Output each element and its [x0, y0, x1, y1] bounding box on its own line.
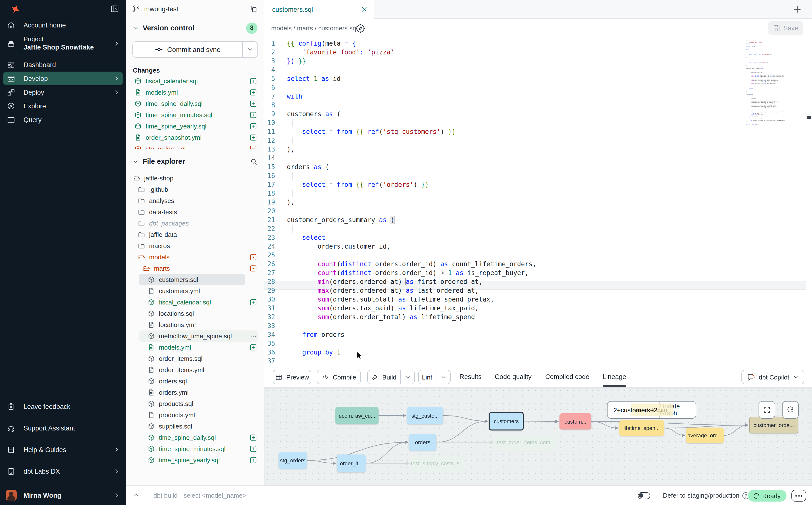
lineage-node-average[interactable]: average_ord...: [686, 428, 724, 443]
tree-item[interactable]: supplies.sql: [126, 421, 264, 432]
code-editor[interactable]: 1234567891011121314151617181920212223242…: [264, 38, 812, 367]
changed-file[interactable]: time_spine_minutes.sql: [126, 109, 264, 121]
lineage-node-cust_orde[interactable]: customer_orde...: [749, 417, 798, 434]
changed-file[interactable]: time_spine_daily.sql: [126, 98, 264, 109]
panel-tab-lineage[interactable]: Lineage: [603, 367, 626, 387]
lineage-node-customers[interactable]: customers: [489, 412, 524, 431]
tree-item[interactable]: orders.sql: [126, 375, 264, 387]
sidebar-item-develop[interactable]: Develop: [3, 71, 123, 85]
sidebar-item-explore[interactable]: Explore: [0, 99, 126, 113]
sidebar-item-leave-feedback[interactable]: Leave feedback: [0, 399, 126, 413]
tree-item[interactable]: .github: [126, 184, 264, 195]
tree-item[interactable]: order_items.sql: [126, 353, 264, 364]
stage-file-button[interactable]: [250, 299, 257, 306]
sidebar-item-deploy[interactable]: Deploy: [0, 85, 126, 99]
lineage-node-test_supply[interactable]: test_supply_costs_s...: [411, 455, 464, 472]
close-tab-icon[interactable]: [361, 6, 368, 13]
sidebar-item-account-home[interactable]: Account home: [0, 18, 126, 32]
tree-item[interactable]: locations.yml: [126, 319, 264, 330]
refresh-button[interactable]: [782, 401, 799, 419]
sidebar-item-project[interactable]: ProjectJaffle Shop Snowflake: [0, 32, 126, 55]
stage-file-button[interactable]: [250, 111, 257, 119]
tree-item[interactable]: order_items.yml: [126, 364, 264, 375]
preview-button[interactable]: Preview: [273, 370, 311, 384]
tree-item[interactable]: time_spine_yearly.sql: [126, 455, 264, 466]
tree-item[interactable]: models.yml: [126, 342, 264, 353]
tree-item[interactable]: customers.sql: [126, 274, 264, 285]
copy-icon[interactable]: [250, 5, 258, 13]
panel-tab-code-quality[interactable]: Code quality: [495, 367, 531, 387]
save-button[interactable]: Save: [768, 21, 803, 35]
changed-file[interactable]: stg_orders.sql: [126, 143, 264, 149]
tree-item[interactable]: time_spine_daily.sql: [126, 432, 264, 443]
file-menu-button[interactable]: [250, 332, 257, 340]
stage-file-button[interactable]: [250, 434, 257, 441]
sidebar-item-dashboard[interactable]: Dashboard: [0, 58, 126, 71]
user-menu[interactable]: Mirna Wong: [0, 485, 126, 505]
stage-file-button[interactable]: [250, 344, 257, 351]
stage-file-button[interactable]: [250, 445, 257, 453]
stage-file-button[interactable]: [250, 77, 257, 85]
stage-file-button[interactable]: [250, 123, 257, 130]
tree-item[interactable]: products.yml: [126, 409, 264, 421]
collapse-sidebar-icon[interactable]: [110, 4, 119, 13]
tree-item[interactable]: jaffle-data: [126, 229, 264, 240]
new-tab-button[interactable]: [792, 4, 802, 14]
changed-file[interactable]: models.yml: [126, 87, 264, 98]
lineage-node-order_it[interactable]: order_it...: [337, 455, 366, 472]
stage-file-button[interactable]: [250, 100, 257, 107]
sidebar-item-query[interactable]: Query: [0, 113, 126, 127]
lineage-node-custom[interactable]: custom...: [559, 413, 591, 430]
commit-and-sync-button[interactable]: Commit and sync: [132, 41, 258, 58]
defer-toggle[interactable]: [638, 492, 650, 499]
fullscreen-button[interactable]: [759, 401, 775, 419]
changed-file[interactable]: fiscal_calendar.sql: [126, 75, 264, 87]
changed-file[interactable]: order_snapshot.yml: [126, 132, 264, 143]
stage-file-button[interactable]: [250, 457, 257, 464]
sidebar-item-help-guides[interactable]: Help & Guides: [0, 443, 126, 457]
tree-item[interactable]: macros: [126, 240, 264, 251]
lineage-search[interactable]: count_lifetim2+customers+2 Update Graph: [607, 401, 696, 419]
lineage-node-test_items[interactable]: test_order_items_com...: [494, 435, 557, 450]
lineage-node-stg_orders[interactable]: stg_orders: [279, 452, 307, 469]
tree-item[interactable]: marts: [126, 263, 264, 274]
stage-file-button[interactable]: [250, 89, 257, 96]
minimap[interactable]: {{ config(meta = { 'favorite_food': 'piz…: [746, 40, 785, 202]
explore-lineage-icon[interactable]: [355, 23, 366, 34]
stage-file-button[interactable]: [250, 145, 257, 149]
tree-item[interactable]: products.sql: [126, 398, 264, 409]
lineage-node-stg_custo[interactable]: stg_custo...: [407, 407, 443, 424]
tree-item[interactable]: time_spine_minutes.sql: [126, 443, 264, 455]
more-options-button[interactable]: [791, 490, 806, 502]
stage-file-button[interactable]: [250, 134, 257, 141]
changed-file[interactable]: time_spine_yearly.sql: [126, 121, 264, 132]
dbt-copilot-button[interactable]: dbt Copilot: [742, 370, 804, 384]
ready-status-badge[interactable]: Ready: [748, 490, 787, 502]
tree-item[interactable]: analyses: [126, 195, 264, 206]
tree-item[interactable]: fiscal_calendar.sql: [126, 297, 264, 308]
file-explorer-header[interactable]: File explorer: [126, 155, 264, 168]
sidebar-item-support-assistant[interactable]: Support Assistant: [0, 421, 126, 435]
tree-item[interactable]: customers.yml: [126, 285, 264, 297]
lineage-node-lifetime[interactable]: lifetime_spen...: [619, 420, 664, 436]
expand-command-icon[interactable]: [133, 492, 139, 499]
lineage-node-ecom[interactable]: ecom.raw_cu...: [335, 407, 378, 424]
version-control-header[interactable]: Version control 8: [126, 22, 264, 34]
tree-item[interactable]: models: [126, 251, 264, 263]
scrollbar-thumb[interactable]: [807, 116, 811, 119]
tree-item[interactable]: orders.yml: [126, 387, 264, 398]
tree-item[interactable]: metricflow_time_spine.sql: [126, 330, 264, 342]
panel-tab-compiled-code[interactable]: Compiled code: [545, 367, 590, 387]
lineage-canvas[interactable]: ecom.raw_cu...stg_custo...customerscusto…: [264, 387, 812, 485]
tree-item[interactable]: dbt_packages: [126, 218, 264, 229]
lint-button[interactable]: Lint: [418, 370, 451, 384]
sidebar-item-dbt-labs-dx[interactable]: dbt Labs DX: [0, 464, 126, 478]
tab-customers-sql[interactable]: customers.sql: [264, 0, 374, 19]
search-icon[interactable]: [250, 158, 258, 165]
panel-tab-results[interactable]: Results: [460, 367, 482, 387]
commit-options-chevron[interactable]: [242, 42, 258, 57]
build-button[interactable]: Build: [367, 370, 415, 384]
lineage-node-orders[interactable]: orders: [409, 434, 437, 451]
tree-item[interactable]: data-tests: [126, 206, 264, 218]
tree-item[interactable]: jaffle-shop: [126, 173, 264, 184]
